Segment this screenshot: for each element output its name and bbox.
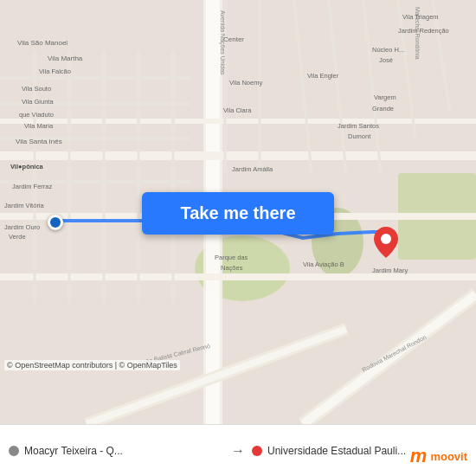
svg-text:Jardim Redenção: Jardim Redenção [398, 27, 449, 35]
arrow-icon: → [231, 443, 245, 459]
svg-text:Vila Martha: Vila Martha [48, 55, 83, 62]
moovit-logo: m moovit [410, 445, 467, 467]
svg-text:Núcleo H...: Núcleo H... [372, 46, 404, 54]
svg-text:Jardim Mary: Jardim Mary [372, 267, 408, 274]
svg-text:Parque das: Parque das [215, 254, 248, 261]
svg-text:Vargem: Vargem [374, 93, 396, 101]
svg-text:Jardim Ferraz: Jardim Ferraz [12, 183, 53, 190]
svg-text:Jardim Amálla: Jardim Amálla [232, 165, 273, 173]
svg-point-64 [381, 234, 391, 244]
svg-text:Vila Maria: Vila Maria [24, 122, 54, 130]
svg-text:Vila São Manoel: Vila São Manoel [17, 39, 68, 47]
from-dot-icon [9, 446, 19, 456]
map-container: Vila São Manoel Vila Martha Vila Falcão … [0, 0, 476, 424]
svg-text:Grande: Grande [372, 105, 394, 113]
moovit-brand-text: moovit [430, 450, 467, 463]
svg-text:Nações: Nações [221, 264, 243, 272]
svg-text:Jardim Vitória: Jardim Vitória [4, 202, 45, 209]
svg-text:Vila Falcão: Vila Falcão [39, 68, 71, 75]
svg-text:que Viaduto: que Viaduto [19, 111, 54, 119]
svg-text:Vil●pônica: Vil●pônica [10, 163, 44, 170]
svg-text:José: José [379, 56, 393, 64]
svg-text:Verde: Verde [9, 233, 26, 241]
svg-text:Vila Souto: Vila Souto [22, 85, 51, 93]
svg-text:Jardim Santos: Jardim Santos [338, 122, 379, 130]
moovit-m-letter: m [410, 445, 428, 467]
to-label: Universidade Estadual Pauli... [267, 445, 406, 457]
from-section: Moacyr Teixeira - Q... [9, 445, 224, 457]
svg-text:Jardim Ouro: Jardim Ouro [4, 223, 40, 231]
from-label: Moacyr Teixeira - Q... [24, 445, 123, 457]
svg-text:Vila Clara: Vila Clara [223, 106, 252, 114]
svg-text:Dumont: Dumont [348, 132, 371, 140]
svg-text:Vila Engler: Vila Engler [307, 72, 339, 80]
map-attribution: © OpenStreetMap contributors | © OpenMap… [4, 360, 180, 370]
take-me-there-button[interactable]: Take me there [142, 192, 334, 235]
bottom-bar: Moacyr Teixeira - Q... → Universidade Es… [0, 424, 476, 476]
svg-text:Vila Aviação B: Vila Aviação B [303, 261, 344, 268]
svg-text:Vila Santa Inês: Vila Santa Inês [16, 138, 62, 145]
destination-marker [374, 227, 398, 251]
svg-text:Marechal Rondônia: Marechal Rondônia [415, 7, 421, 60]
origin-marker [48, 215, 63, 230]
to-dot-icon [252, 446, 262, 456]
svg-text:Vila Noemy: Vila Noemy [229, 79, 262, 87]
svg-text:Avenida Nações Unidas: Avenida Nações Unidas [219, 10, 226, 75]
svg-text:Vila Giunta: Vila Giunta [22, 98, 54, 106]
